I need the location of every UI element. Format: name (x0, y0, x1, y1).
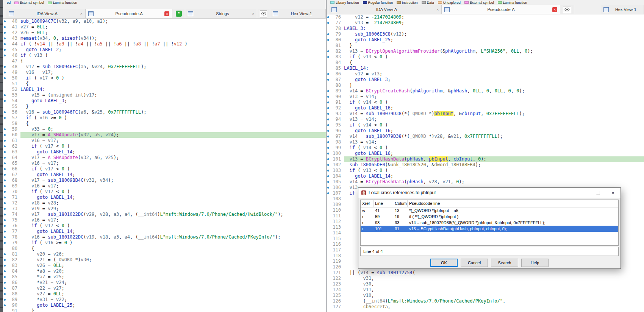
minimize-icon[interactable] (575, 188, 590, 198)
xref-column-header[interactable]: Xref (361, 200, 374, 207)
xref-column-header[interactable]: Line (374, 200, 393, 207)
code-line[interactable]: 85LABEL_14: (327, 66, 644, 71)
code-line[interactable]: 77 goto LABEL_14; (3, 229, 326, 234)
code-line[interactable]: 101 v13 = BCryptHashData(phHash, pbInput… (327, 156, 644, 162)
xref-row[interactable]: r9333v14 = sub_180079D38(*(_QWORD *)pbIn… (361, 220, 618, 226)
code-line[interactable]: 124 v11, (327, 287, 644, 293)
close-icon[interactable]: × (252, 12, 254, 16)
code-line[interactable]: 64 v17 = A_SHAUpdate(v32, a6, v25); (3, 155, 326, 161)
code-line[interactable]: 68 v17 = sub_18009BB4C(v32, v34); (3, 178, 326, 183)
code-line[interactable]: 99 if ( v14 < 0 ) (327, 145, 644, 151)
code-line[interactable]: 56 v16 = sub_1800946FC(a6, &v25, 0x7FFFF… (3, 109, 326, 115)
code-line[interactable]: 93 v14 = sub_180079D38(*(_QWORD *)pbInpu… (327, 111, 644, 117)
code-line[interactable]: 82 v21 = (_DWORD *)v30; (3, 257, 326, 263)
close-icon[interactable]: × (436, 8, 439, 12)
search-button[interactable]: Search (491, 259, 518, 267)
code-line[interactable]: 48 v17 = sub_1800946FC(a5, &v24, 0x7FFFF… (3, 64, 326, 70)
code-line[interactable]: 78LABEL_3: (327, 26, 644, 31)
code-line[interactable]: 60 v17 = A_SHAUpdate(v32, a5, v24); (3, 132, 326, 138)
maximize-icon[interactable] (590, 188, 605, 198)
code-line[interactable]: 127 cbSecreta, (327, 304, 644, 310)
xref-column-header[interactable]: Pseudocode line (408, 200, 618, 207)
code-line[interactable]: 121 || (v14 = sub_180112754( (327, 270, 644, 276)
code-line[interactable]: 103 if ( v13 < 0 ) (327, 168, 644, 173)
code-line[interactable]: 88 v27 = 0LL; (3, 291, 326, 297)
code-line[interactable]: 76 v12 = -2147024809; (327, 14, 644, 20)
code-line[interactable]: 104 goto LABEL_14; (327, 173, 644, 179)
code-line[interactable]: 123 v30, (327, 281, 644, 287)
code-line[interactable]: 122 v31, (327, 276, 644, 281)
code-line[interactable]: 86 v12 = v13; (327, 71, 644, 77)
code-line[interactable]: 40sub_180094C7C(v32, a9, a10, a2); (3, 19, 326, 24)
code-line[interactable]: 81 v20 = v26; (3, 251, 326, 257)
code-line[interactable]: 126 (__int64)L"msft:Windows/7.0/Phone/Ca… (327, 298, 644, 304)
tab-strings[interactable]: Strings × (185, 9, 257, 18)
code-line[interactable]: 58 { (3, 121, 326, 126)
code-line[interactable]: 96 goto LABEL_16; (327, 128, 644, 134)
code-line[interactable]: 41v27 = 0LL; (3, 24, 326, 30)
code-line[interactable]: 71 goto LABEL_14; (3, 195, 326, 200)
code-line[interactable]: 83 v26 = 0LL; (3, 263, 326, 268)
code-line[interactable]: 87 v22 = v27; (3, 285, 326, 291)
code-line[interactable]: 79 if ( v16 >= 0 ) (3, 240, 326, 246)
ok-button[interactable]: OK (430, 259, 458, 267)
code-line[interactable]: 89 *v31 = v22; (3, 297, 326, 303)
dock-splitter[interactable] (0, 0, 3, 312)
code-line[interactable]: 94 v13 = v14; (327, 117, 644, 122)
code-line[interactable]: 45 goto LABEL_2; (3, 47, 326, 53)
code-line[interactable]: 90 v13 = v14; (327, 94, 644, 100)
close-icon[interactable]: × (552, 7, 557, 12)
tab-pseudocode-a[interactable]: Pseudocode-A × (442, 5, 560, 14)
code-line[interactable]: 79 sub_18006E3C8(v12); (327, 31, 644, 37)
code-line[interactable]: 72 v18 = v28; (3, 200, 326, 206)
code-line[interactable]: 54 goto LABEL_3; (3, 98, 326, 104)
code-line[interactable]: 63 goto LABEL_14; (3, 149, 326, 155)
code-line[interactable]: 100 goto LABEL_16; (327, 151, 644, 156)
code-line[interactable]: 50 if ( v17 < 0 ) (3, 75, 326, 81)
code-line[interactable]: 83 if ( v13 < 0 ) (327, 54, 644, 60)
code-line[interactable]: 75 v16 = v17; (3, 217, 326, 223)
code-line[interactable]: 76 if ( v17 < 0 ) (3, 223, 326, 229)
code-line[interactable]: 47{ (3, 58, 326, 64)
code-line[interactable]: 80 { (3, 246, 326, 251)
code-line[interactable]: 52LABEL_14: (3, 87, 326, 92)
code-line[interactable]: 102 sub_180065DE0(&unk_18018C520, &dword… (327, 162, 644, 168)
code-line[interactable]: 91 if ( v14 < 0 ) (327, 100, 644, 105)
code-line[interactable]: 77 v13 = -2147024809; (327, 20, 644, 26)
code-line[interactable]: 66 if ( v17 < 0 ) (3, 166, 326, 172)
code-line[interactable]: 46if ( v13 ) (3, 53, 326, 58)
xref-column-header[interactable]: Column (393, 200, 408, 207)
tab-quick-view[interactable] (560, 5, 574, 14)
tab-ida-view-a[interactable]: IDA View-A × (6, 9, 86, 18)
code-line[interactable]: 65 v16 = v17; (3, 161, 326, 166)
xref-row[interactable]: w4113*(_QWORD *)pbInput = a5; (361, 207, 618, 214)
code-line[interactable]: 97 v14 = sub_180079D38(*(_QWORD *)v28, &… (327, 134, 644, 139)
code-line[interactable]: 82 v13 = BCryptOpenAlgorithmProvider(&ph… (327, 48, 644, 54)
code-line[interactable]: 89 v14 = BCryptCreateHash(phAlgorithm, &… (327, 88, 644, 94)
code-line[interactable]: 81 } (327, 43, 644, 48)
code-line[interactable]: 86 *v21 = v24; (3, 280, 326, 285)
code-line[interactable]: 51 { (3, 81, 326, 87)
code-line[interactable]: 90 goto LABEL_25; (3, 303, 326, 308)
code-line[interactable]: 84 { (327, 60, 644, 66)
code-line[interactable]: 44if ( !v14 || !a3 || !a4 || !a5 || !a6 … (3, 41, 326, 47)
code-line[interactable]: 87 goto LABEL_3; (327, 77, 644, 83)
cancel-button[interactable]: Cancel (461, 259, 488, 267)
code-line[interactable]: 95 if ( v14 < 0 ) (327, 122, 644, 128)
code-line[interactable]: 98 v13 = v14; (327, 139, 644, 145)
code-line[interactable]: 55 } (3, 104, 326, 109)
code-line[interactable]: 80 goto LABEL_25; (327, 37, 644, 43)
xref-row[interactable]: r5919if ( !*(_QWORD *)pbInput ) (361, 214, 618, 220)
code-line[interactable]: 70 if ( v17 < 0 ) (3, 189, 326, 195)
code-line[interactable]: 49 v16 = v17; (3, 70, 326, 75)
code-line[interactable]: 85 *a7 = v25; (3, 274, 326, 280)
tab-hex-view-1[interactable]: Hex View-1 (601, 5, 644, 14)
close-icon[interactable]: × (164, 11, 169, 16)
tab-ida-view-a[interactable]: IDA View-A × (329, 5, 442, 14)
dialog-title-bar[interactable]: Local cross references to pbInput × (358, 188, 621, 198)
code-line[interactable]: 62 if ( v17 < 0 ) (3, 144, 326, 149)
code-line[interactable]: 42v26 = 0LL; (3, 30, 326, 36)
code-line[interactable]: 84 *a8 = v20; (3, 268, 326, 274)
code-line[interactable]: 69 v16 = v17; (3, 183, 326, 189)
code-line[interactable]: 57 if ( v16 >= 0 ) (3, 115, 326, 121)
